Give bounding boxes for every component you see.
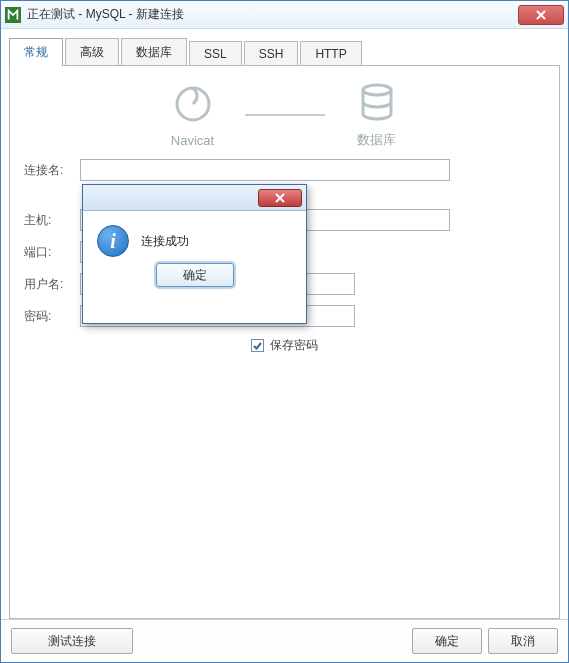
window-close-button[interactable] — [518, 5, 564, 25]
save-password-checkbox[interactable] — [251, 339, 264, 352]
main-window: 正在测试 - MySQL - 新建连接 常规 高级 数据库 SSL SSH HT… — [0, 0, 569, 663]
svg-point-1 — [363, 85, 391, 95]
username-label: 用户名: — [24, 276, 80, 293]
cancel-button[interactable]: 取消 — [488, 628, 558, 654]
tab-advanced[interactable]: 高级 — [65, 38, 119, 66]
diagram-right-label: 数据库 — [357, 131, 396, 149]
app-icon — [5, 7, 21, 23]
info-icon: i — [97, 225, 129, 257]
tab-http[interactable]: HTTP — [300, 41, 361, 66]
password-label: 密码: — [24, 308, 80, 325]
message-dialog-close-button[interactable] — [258, 189, 302, 207]
tabstrip: 常规 高级 数据库 SSL SSH HTTP — [1, 29, 568, 65]
ok-button[interactable]: 确定 — [412, 628, 482, 654]
test-connection-button[interactable]: 测试连接 — [11, 628, 133, 654]
connection-name-input[interactable] — [80, 159, 450, 181]
tab-panel-general: Navicat 数据库 连接名: 主机: — [9, 65, 560, 619]
host-label: 主机: — [24, 212, 80, 229]
message-text: 连接成功 — [141, 233, 189, 250]
message-dialog-titlebar — [83, 185, 306, 211]
connection-name-label: 连接名: — [24, 162, 80, 179]
tab-database[interactable]: 数据库 — [121, 38, 187, 66]
tab-general[interactable]: 常规 — [9, 38, 63, 66]
tab-ssl[interactable]: SSL — [189, 41, 242, 66]
window-title: 正在测试 - MySQL - 新建连接 — [27, 6, 516, 23]
message-ok-button[interactable]: 确定 — [156, 263, 234, 287]
dialog-footer: 测试连接 确定 取消 — [1, 619, 568, 662]
save-password-label: 保存密码 — [270, 337, 318, 354]
message-dialog: i 连接成功 确定 — [82, 184, 307, 324]
tab-ssh[interactable]: SSH — [244, 41, 299, 66]
diagram-left-label: Navicat — [171, 133, 214, 148]
diagram-connector — [245, 114, 325, 116]
save-password-row: 保存密码 — [24, 337, 545, 354]
database-icon — [355, 80, 399, 127]
navicat-logo-icon — [171, 82, 215, 129]
connection-diagram: Navicat 数据库 — [24, 80, 545, 149]
port-label: 端口: — [24, 244, 80, 261]
titlebar: 正在测试 - MySQL - 新建连接 — [1, 1, 568, 29]
